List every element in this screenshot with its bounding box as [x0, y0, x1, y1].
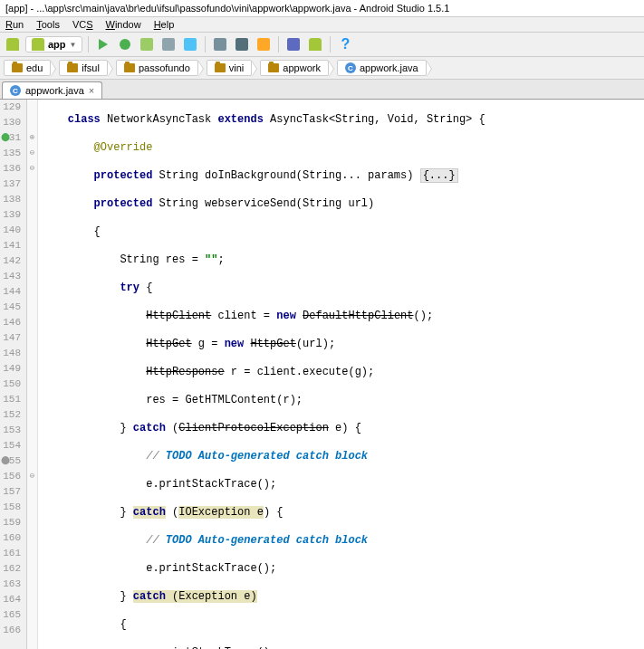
editor-tabs: C appwork.java × [0, 80, 644, 100]
menu-bar: RRunun ToolsTools VCSVCS WindowWindow He… [0, 17, 644, 33]
monitor-button[interactable] [255, 35, 273, 53]
fold-toggle[interactable]: ⊖ [27, 146, 37, 161]
debug-button[interactable] [116, 35, 134, 53]
breadcrumb-item[interactable]: ifsul [59, 60, 108, 76]
help-icon[interactable]: ? [336, 35, 354, 53]
avd-button[interactable] [233, 35, 251, 53]
toolbar-separator [205, 36, 206, 52]
sync-button[interactable] [211, 35, 229, 53]
breadcrumb-item[interactable]: passofundo [116, 60, 198, 76]
stop-button[interactable] [159, 35, 178, 53]
window-title: [app] - ...\app\src\main\java\br\edu\ifs… [0, 0, 644, 17]
folder-icon [12, 63, 23, 72]
fold-toggle[interactable]: ⊕ [27, 130, 37, 146]
fold-gutter: ⊕ ⊖⊖ ⊖ [27, 100, 38, 649]
tab-label: appwork.java [25, 85, 84, 96]
class-icon: C [345, 62, 356, 73]
editor-tab[interactable]: C appwork.java × [2, 81, 102, 99]
fold-toggle[interactable]: ⊖ [27, 161, 37, 177]
folder-icon [268, 63, 279, 72]
folder-icon [124, 63, 135, 72]
class-icon: C [10, 85, 21, 96]
code-editor[interactable]: 129 130 ⬤131 135 136 137 138 139 140 141… [0, 100, 644, 649]
close-icon[interactable]: × [89, 85, 94, 96]
breadcrumb-item[interactable]: vini [207, 60, 253, 76]
breadcrumb-bar: edu ifsul passofundo vini appwork Cappwo… [0, 57, 644, 80]
toolbar-separator [330, 36, 331, 52]
menu-help[interactable]: HelpHelp [154, 19, 175, 30]
menu-run[interactable]: RRunun [5, 19, 24, 30]
toolbar-separator [278, 36, 279, 52]
sdk-button[interactable] [284, 35, 303, 53]
menu-window[interactable]: WindowWindow [106, 19, 141, 30]
android-button[interactable] [306, 35, 324, 53]
breadcrumb-item[interactable]: edu [4, 60, 51, 76]
breadcrumb-item[interactable]: appwork [260, 60, 329, 76]
module-selector[interactable]: app ▼ [25, 36, 82, 52]
folder-icon [215, 63, 226, 72]
code-content[interactable]: class NetworkAsyncTask extends AsyncTask… [38, 100, 644, 649]
menu-tools[interactable]: ToolsTools [36, 19, 60, 30]
breadcrumb-item[interactable]: Cappwork.java [337, 60, 427, 76]
gutter-marker-icon[interactable]: ⬤ [1, 453, 10, 469]
line-gutter: 129 130 ⬤131 135 136 137 138 139 140 141… [0, 100, 27, 649]
attach-debugger-button[interactable] [138, 35, 156, 53]
toolbar: app ▼ ? [0, 33, 644, 57]
device-button[interactable] [181, 35, 199, 53]
android-logo-icon [4, 35, 22, 53]
menu-vcs[interactable]: VCSVCS [72, 19, 93, 30]
folder-icon [67, 63, 78, 72]
module-label: app [48, 39, 66, 50]
chevron-down-icon: ▼ [70, 41, 77, 49]
fold-toggle[interactable]: ⊖ [27, 469, 37, 484]
module-icon [32, 38, 44, 51]
run-button[interactable] [94, 35, 112, 53]
override-marker-icon[interactable]: ⬤ [1, 130, 10, 146]
toolbar-separator [88, 36, 89, 52]
